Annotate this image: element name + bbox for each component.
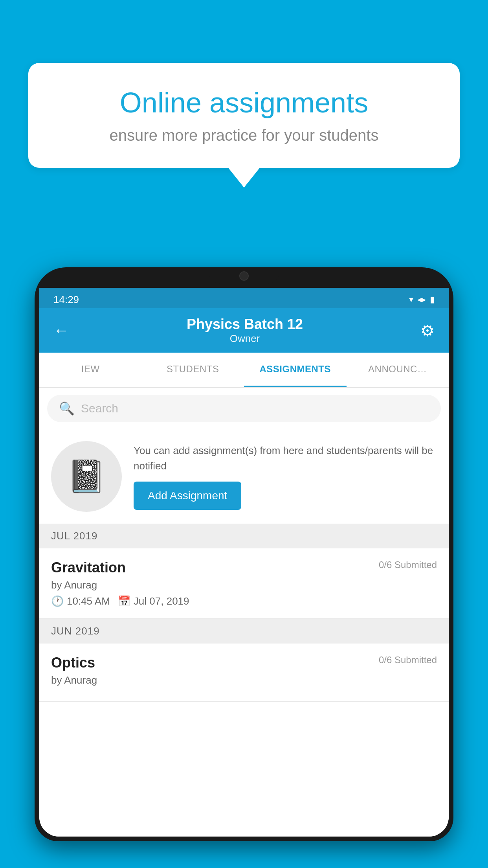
back-button[interactable]: ← — [53, 322, 69, 339]
app-header: ← Physics Batch 12 Owner ⚙ — [39, 308, 449, 353]
assignment-submitted-optics: 0/6 Submitted — [379, 655, 437, 666]
assignment-top-row: Gravitation 0/6 Submitted — [51, 559, 437, 576]
status-time: 14:29 — [53, 294, 79, 306]
assignment-by-optics: by Anurag — [51, 674, 437, 686]
front-camera — [239, 271, 249, 281]
assignment-submitted-gravitation: 0/6 Submitted — [379, 559, 437, 570]
phone-frame: 14:29 ▾ ◂▸ ▮ ← Physics Batch 12 Owner ⚙ … — [35, 267, 453, 841]
assignment-name-gravitation: Gravitation — [51, 559, 126, 576]
speech-bubble-subtitle: ensure more practice for your students — [56, 127, 432, 144]
promo-icon-circle: 📓 — [51, 441, 122, 512]
tab-announcements[interactable]: ANNOUNC… — [347, 353, 449, 387]
add-assignment-button[interactable]: Add Assignment — [134, 482, 241, 510]
signal-icon: ◂▸ — [417, 294, 426, 305]
header-subtitle: Owner — [187, 333, 303, 345]
tab-bar: IEW STUDENTS ASSIGNMENTS ANNOUNC… — [39, 353, 449, 388]
phone-notch — [209, 267, 279, 284]
assignment-meta-gravitation: 🕐 10:45 AM 📅 Jul 07, 2019 — [51, 595, 437, 607]
section-header-jul: JUL 2019 — [39, 524, 449, 548]
battery-icon: ▮ — [430, 294, 435, 305]
promo-description: You can add assignment(s) from here and … — [134, 443, 437, 474]
assignment-date: Jul 07, 2019 — [134, 595, 189, 607]
speech-bubble-arrow — [228, 168, 260, 188]
phone-screen: 14:29 ▾ ◂▸ ▮ ← Physics Batch 12 Owner ⚙ … — [39, 288, 449, 837]
promo-text-block: You can add assignment(s) from here and … — [134, 443, 437, 510]
status-icons: ▾ ◂▸ ▮ — [409, 294, 435, 305]
header-title: Physics Batch 12 — [187, 316, 303, 333]
content-area: 🔍 Search 📓 You can add assignment(s) fro… — [39, 388, 449, 837]
speech-bubble-title: Online assignments — [56, 86, 432, 119]
section-month-jun: JUN 2019 — [51, 625, 100, 637]
notebook-icon: 📓 — [67, 458, 106, 495]
speech-bubble: Online assignments ensure more practice … — [28, 63, 460, 168]
status-bar: 14:29 ▾ ◂▸ ▮ — [39, 288, 449, 308]
tab-iew[interactable]: IEW — [39, 353, 142, 387]
assignment-item-gravitation[interactable]: Gravitation 0/6 Submitted by Anurag 🕐 10… — [39, 548, 449, 619]
header-title-block: Physics Batch 12 Owner — [187, 316, 303, 345]
speech-bubble-container: Online assignments ensure more practice … — [28, 63, 460, 188]
clock-icon: 🕐 — [51, 595, 64, 607]
assignment-time-item: 🕐 10:45 AM — [51, 595, 110, 607]
search-icon: 🔍 — [59, 401, 75, 416]
wifi-icon: ▾ — [409, 294, 413, 305]
assignment-name-optics: Optics — [51, 655, 95, 671]
tab-assignments[interactable]: ASSIGNMENTS — [244, 353, 347, 387]
tab-students[interactable]: STUDENTS — [142, 353, 244, 387]
phone-wrapper: 14:29 ▾ ◂▸ ▮ ← Physics Batch 12 Owner ⚙ … — [35, 267, 453, 868]
search-bar-container: 🔍 Search — [39, 388, 449, 429]
section-month-jul: JUL 2019 — [51, 530, 97, 542]
assignment-by-gravitation: by Anurag — [51, 579, 437, 591]
section-header-jun: JUN 2019 — [39, 619, 449, 644]
promo-section: 📓 You can add assignment(s) from here an… — [39, 429, 449, 524]
settings-button[interactable]: ⚙ — [420, 322, 435, 340]
assignment-date-item: 📅 Jul 07, 2019 — [118, 595, 189, 607]
assignment-time: 10:45 AM — [67, 595, 110, 607]
search-placeholder: Search — [81, 402, 118, 415]
calendar-icon: 📅 — [118, 595, 130, 607]
search-bar[interactable]: 🔍 Search — [47, 395, 441, 422]
assignment-item-optics[interactable]: Optics 0/6 Submitted by Anurag — [39, 644, 449, 702]
assignment-top-row-optics: Optics 0/6 Submitted — [51, 655, 437, 671]
